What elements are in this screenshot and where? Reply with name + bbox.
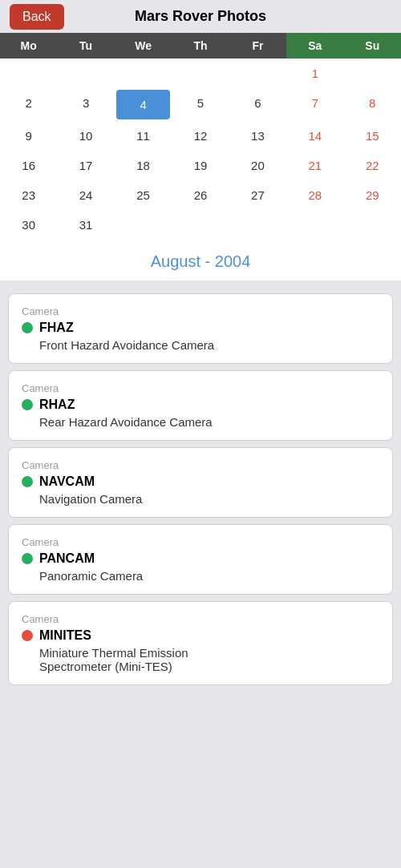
camera-card[interactable]: CameraNAVCAMNavigation Camera (8, 447, 393, 518)
cal-cell[interactable]: 17 (57, 151, 114, 180)
camera-description: Miniature Thermal Emission (22, 646, 379, 660)
camera-label: Camera (22, 459, 379, 471)
camera-label: Camera (22, 613, 379, 625)
camera-label: Camera (22, 382, 379, 394)
calendar-header: MoTuWeThFrSaSu (0, 33, 401, 59)
cal-cell[interactable]: 12 (172, 121, 229, 151)
camera-name-row: NAVCAM (22, 474, 379, 489)
cal-cell (172, 210, 229, 240)
cal-header-cell: Mo (0, 33, 57, 59)
cal-cell[interactable]: 28 (286, 180, 343, 210)
cal-cell[interactable]: 19 (172, 151, 229, 180)
cal-cell[interactable]: 13 (229, 121, 286, 151)
cal-cell[interactable]: 25 (115, 180, 172, 210)
month-label: August - 2004 (0, 240, 401, 281)
camera-name: MINITES (39, 628, 91, 643)
cal-cell[interactable]: 4 (116, 90, 170, 119)
cal-cell[interactable]: 27 (229, 180, 286, 210)
cal-cell (229, 210, 286, 240)
camera-description: Front Hazard Avoidance Camera (22, 338, 379, 352)
camera-name: RHAZ (39, 398, 75, 412)
camera-card[interactable]: CameraMINITESMiniature Thermal EmissionS… (8, 601, 393, 685)
cameras-container: CameraFHAZFront Hazard Avoidance CameraC… (0, 281, 401, 698)
calendar-grid[interactable]: 1234567891011121314151617181920212223242… (0, 59, 401, 240)
cal-cell[interactable]: 1 (286, 59, 343, 88)
cal-header-cell: Fr (229, 33, 286, 59)
cal-cell (57, 59, 114, 88)
cal-header-cell: We (115, 33, 172, 59)
cal-cell[interactable]: 26 (172, 180, 229, 210)
camera-name-row: FHAZ (22, 321, 379, 335)
cal-cell[interactable]: 31 (57, 210, 114, 240)
cal-cell (172, 59, 229, 88)
camera-name-row: RHAZ (22, 398, 379, 412)
cal-cell[interactable]: 15 (344, 121, 401, 151)
cal-cell[interactable]: 3 (57, 88, 114, 121)
camera-description: Rear Hazard Avoidance Camera (22, 415, 379, 429)
cal-header-cell: Sa (286, 33, 343, 59)
camera-name: PANCAM (39, 551, 95, 566)
camera-description: Panoramic Camera (22, 569, 379, 583)
page-title: Mars Rover Photos (135, 8, 266, 25)
cal-cell (115, 59, 172, 88)
cal-cell[interactable]: 11 (115, 121, 172, 151)
cal-header-cell: Th (172, 33, 229, 59)
camera-description-2: Spectrometer (Mini-TES) (22, 660, 379, 673)
status-dot (22, 630, 33, 641)
cal-cell[interactable]: 10 (57, 121, 114, 151)
cal-cell (0, 59, 57, 88)
cal-cell (344, 59, 401, 88)
status-dot (22, 553, 33, 564)
camera-name-row: MINITES (22, 628, 379, 643)
cal-cell[interactable]: 24 (57, 180, 114, 210)
status-dot (22, 322, 33, 333)
cal-cell[interactable]: 5 (172, 88, 229, 121)
cal-cell (115, 210, 172, 240)
camera-card[interactable]: CameraRHAZRear Hazard Avoidance Camera (8, 370, 393, 441)
cal-cell[interactable]: 30 (0, 210, 57, 240)
camera-card[interactable]: CameraPANCAMPanoramic Camera (8, 524, 393, 595)
cal-cell[interactable]: 6 (229, 88, 286, 121)
cal-cell[interactable]: 2 (0, 88, 57, 121)
camera-description: Navigation Camera (22, 492, 379, 506)
header: Back Mars Rover Photos (0, 0, 401, 33)
cal-cell[interactable]: 22 (344, 151, 401, 180)
calendar: MoTuWeThFrSaSu 1234567891011121314151617… (0, 33, 401, 281)
status-dot (22, 476, 33, 487)
camera-label: Camera (22, 536, 379, 548)
cal-cell[interactable]: 7 (286, 88, 343, 121)
cal-cell[interactable]: 16 (0, 151, 57, 180)
cal-cell[interactable]: 14 (286, 121, 343, 151)
cal-cell[interactable]: 18 (115, 151, 172, 180)
cal-header-cell: Su (344, 33, 401, 59)
cal-cell (286, 210, 343, 240)
status-dot (22, 399, 33, 410)
cal-cell (229, 59, 286, 88)
cal-cell[interactable]: 9 (0, 121, 57, 151)
cal-cell[interactable]: 23 (0, 180, 57, 210)
cal-cell (344, 210, 401, 240)
cal-header-cell: Tu (57, 33, 114, 59)
cal-cell[interactable]: 8 (344, 88, 401, 121)
cal-cell[interactable]: 29 (344, 180, 401, 210)
camera-name: FHAZ (39, 321, 74, 335)
camera-label: Camera (22, 305, 379, 317)
camera-name: NAVCAM (39, 474, 95, 489)
camera-card[interactable]: CameraFHAZFront Hazard Avoidance Camera (8, 293, 393, 364)
camera-name-row: PANCAM (22, 551, 379, 566)
cal-cell[interactable]: 21 (286, 151, 343, 180)
cal-cell[interactable]: 20 (229, 151, 286, 180)
back-button[interactable]: Back (10, 4, 64, 30)
